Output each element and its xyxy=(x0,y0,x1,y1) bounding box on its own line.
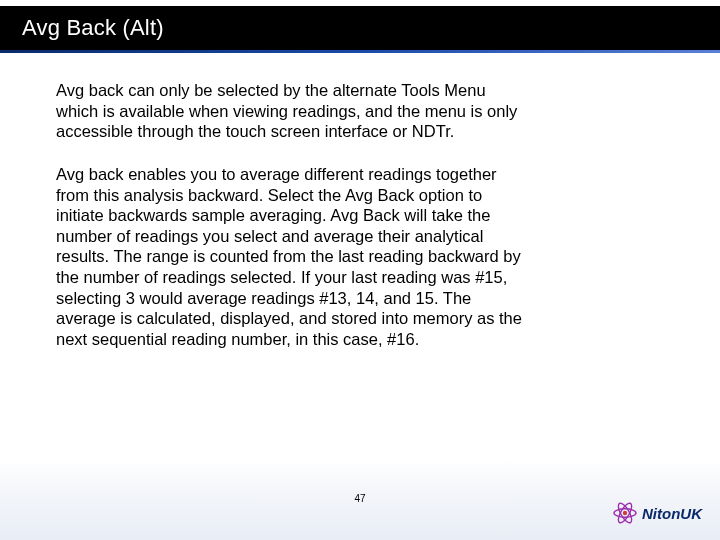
brand-logo-text: NitonUK xyxy=(642,505,702,522)
svg-point-3 xyxy=(623,511,627,515)
paragraph-1: Avg back can only be selected by the alt… xyxy=(56,80,526,142)
paragraph-2: Avg back enables you to average differen… xyxy=(56,164,526,350)
slide-container: Avg Back (Alt) Avg back can only be sele… xyxy=(0,0,720,540)
atom-icon xyxy=(612,500,638,526)
body-text-area: Avg back can only be selected by the alt… xyxy=(56,80,526,372)
title-underline xyxy=(0,50,720,53)
title-bar: Avg Back (Alt) xyxy=(0,6,720,50)
slide-title: Avg Back (Alt) xyxy=(0,15,164,41)
brand-logo: NitonUK xyxy=(612,500,702,526)
